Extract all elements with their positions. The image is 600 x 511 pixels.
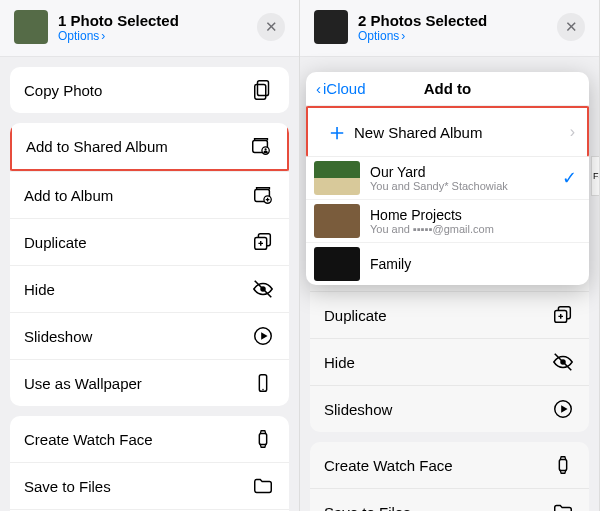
shared-album-icon — [249, 135, 273, 157]
album-text: Our Yard You and Sandy* Stachowiak — [370, 164, 562, 192]
header-text: 1 Photo Selected Options › — [58, 12, 257, 43]
album-name: Home Projects — [370, 207, 577, 223]
folder-icon — [251, 475, 275, 497]
album-text: Home Projects You and ▪︎▪︎▪︎▪︎▪︎@gmail.c… — [370, 207, 577, 235]
row-label: Create Watch Face — [24, 431, 251, 448]
row-label: Duplicate — [24, 234, 251, 251]
watch-icon — [551, 454, 575, 476]
row-label: Create Watch Face — [324, 457, 551, 474]
slideshow-row[interactable]: Slideshow — [10, 312, 289, 359]
add-to-album-row[interactable]: Add to Album — [10, 171, 289, 218]
hide-icon — [551, 351, 575, 373]
row-label: Save to Files — [24, 478, 251, 495]
popover-header: ‹ iCloud Add to — [306, 72, 589, 106]
row-label: Hide — [324, 354, 551, 371]
create-watch-face-row[interactable]: Create Watch Face — [310, 442, 589, 488]
album-add-icon — [251, 184, 275, 206]
back-button[interactable]: ‹ iCloud — [316, 80, 366, 97]
options-link[interactable]: Options › — [358, 29, 557, 43]
add-to-shared-album-row[interactable]: Add to Shared Album — [10, 123, 289, 171]
new-shared-album-label: New Shared Album — [354, 124, 570, 141]
album-thumbnail — [314, 161, 360, 195]
checkmark-icon: ✓ — [562, 167, 577, 189]
selection-title: 2 Photos Selected — [358, 12, 557, 29]
close-icon: ✕ — [265, 18, 278, 36]
row-label: Copy Photo — [24, 82, 251, 99]
album-subtitle: You and Sandy* Stachowiak — [370, 180, 562, 192]
action-group-1: Copy Photo — [10, 67, 289, 113]
duplicate-row[interactable]: Duplicate — [10, 218, 289, 265]
row-label: Add to Album — [24, 187, 251, 204]
hide-icon — [251, 278, 275, 300]
selected-photos-thumbnail — [314, 10, 348, 44]
save-to-files-row[interactable]: Save to Files — [10, 462, 289, 509]
share-sheet-body: Copy Photo Add to Shared Album Add to Al… — [0, 57, 299, 511]
close-icon: ✕ — [565, 18, 578, 36]
action-group-3: Create Watch Face Save to Files Print — [310, 442, 589, 511]
row-label: Hide — [24, 281, 251, 298]
cropped-favorites-card[interactable]: Fa — [591, 156, 599, 196]
duplicate-icon — [551, 304, 575, 326]
folder-icon — [551, 501, 575, 511]
phone-icon — [251, 372, 275, 394]
chevron-right-icon: › — [101, 29, 105, 43]
back-label: iCloud — [323, 80, 366, 97]
right-screen: 2 Photos Selected Options › ✕ Add to Alb… — [300, 0, 600, 511]
row-label: Save to Files — [324, 504, 551, 512]
album-name: Our Yard — [370, 164, 562, 180]
album-subtitle: You and ▪︎▪︎▪︎▪︎▪︎@gmail.com — [370, 223, 577, 235]
left-screen: 1 Photo Selected Options › ✕ Copy Photo … — [0, 0, 300, 511]
row-label: Slideshow — [324, 401, 551, 418]
play-circle-icon — [251, 325, 275, 347]
add-to-popover: ‹ iCloud Add to ＋ New Shared Album › Our… — [306, 72, 589, 285]
selection-title: 1 Photo Selected — [58, 12, 257, 29]
action-group-3: Create Watch Face Save to Files Assign t… — [10, 416, 289, 511]
play-circle-icon — [551, 398, 575, 420]
share-header: 2 Photos Selected Options › ✕ — [300, 0, 599, 57]
close-button[interactable]: ✕ — [257, 13, 285, 41]
new-shared-album-row[interactable]: ＋ New Shared Album › — [306, 106, 589, 157]
save-to-files-row[interactable]: Save to Files — [310, 488, 589, 511]
action-group-2: Add to Shared Album Add to Album Duplica… — [10, 123, 289, 406]
copy-photo-row[interactable]: Copy Photo — [10, 67, 289, 113]
create-watch-face-row[interactable]: Create Watch Face — [10, 416, 289, 462]
album-name: Family — [370, 256, 577, 272]
slideshow-row[interactable]: Slideshow — [310, 385, 589, 432]
chevron-right-icon: › — [401, 29, 405, 43]
hide-row[interactable]: Hide — [310, 338, 589, 385]
options-label: Options — [358, 29, 399, 43]
close-button[interactable]: ✕ — [557, 13, 585, 41]
row-label: Use as Wallpaper — [24, 375, 251, 392]
row-label: Duplicate — [324, 307, 551, 324]
album-thumbnail — [314, 247, 360, 281]
album-row-home-projects[interactable]: Home Projects You and ▪︎▪︎▪︎▪︎▪︎@gmail.c… — [306, 200, 589, 243]
duplicate-row[interactable]: Duplicate — [310, 291, 589, 338]
use-as-wallpaper-row[interactable]: Use as Wallpaper — [10, 359, 289, 406]
album-text: Family — [370, 256, 577, 272]
copy-icon — [251, 79, 275, 101]
album-row-our-yard[interactable]: Our Yard You and Sandy* Stachowiak ✓ — [306, 157, 589, 200]
options-label: Options — [58, 29, 99, 43]
album-thumbnail — [314, 204, 360, 238]
chevron-left-icon: ‹ — [316, 80, 321, 97]
plus-icon: ＋ — [320, 120, 354, 144]
row-label: Slideshow — [24, 328, 251, 345]
watch-icon — [251, 428, 275, 450]
favorites-label-fragment: Fa — [593, 171, 600, 181]
selected-photo-thumbnail — [14, 10, 48, 44]
hide-row[interactable]: Hide — [10, 265, 289, 312]
duplicate-icon — [251, 231, 275, 253]
header-text: 2 Photos Selected Options › — [358, 12, 557, 43]
row-label: Add to Shared Album — [26, 138, 249, 155]
album-row-family[interactable]: Family — [306, 243, 589, 285]
options-link[interactable]: Options › — [58, 29, 257, 43]
share-header: 1 Photo Selected Options › ✕ — [0, 0, 299, 57]
chevron-right-icon: › — [570, 123, 575, 141]
